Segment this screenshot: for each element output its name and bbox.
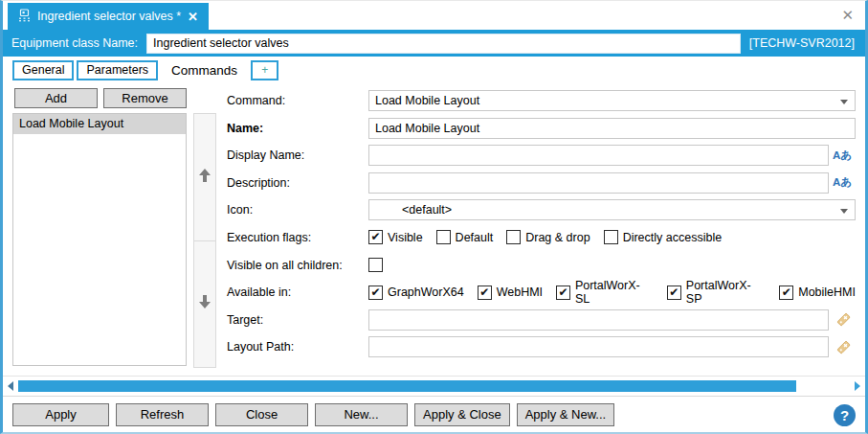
- apply-button[interactable]: Apply: [12, 403, 109, 426]
- layout-path-tag-browse-icon[interactable]: [829, 339, 852, 355]
- target-input[interactable]: [368, 309, 829, 331]
- display-name-localize-icon[interactable]: Aあ: [829, 148, 852, 163]
- footer-button-bar: Apply Refresh Close New... Apply & Close…: [3, 396, 865, 433]
- equipment-class-editor-window: Ingredient selector valves * ✕ ✕ Equipme…: [0, 0, 868, 434]
- document-tab-bar: Ingredient selector valves * ✕ ✕: [3, 1, 865, 30]
- command-list-toolbar: Add Remove: [14, 88, 187, 108]
- help-icon[interactable]: ?: [834, 404, 856, 426]
- display-name-row: Display Name: Aあ: [227, 144, 856, 167]
- available-mobilehmi[interactable]: MobileHMI: [779, 286, 856, 300]
- commands-tab-content: Add Remove Load Mobile Layout: [3, 80, 865, 376]
- available-graphworx64[interactable]: GraphWorX64: [368, 286, 464, 300]
- target-row: Target:: [227, 308, 856, 331]
- scrollbar-track[interactable]: [18, 380, 850, 392]
- move-up-button[interactable]: [193, 113, 216, 241]
- tab-add-new[interactable]: +: [251, 60, 278, 80]
- layout-path-input[interactable]: [368, 336, 829, 357]
- editor-tab-strip: General Parameters Commands +: [3, 57, 865, 80]
- description-label: Description:: [227, 176, 368, 190]
- move-down-button[interactable]: [193, 241, 216, 369]
- execution-flags-row: Execution flags: Visible Default Drag & …: [227, 226, 856, 249]
- visible-all-children-label: Visible on all children:: [227, 259, 368, 272]
- horizontal-scrollbar[interactable]: [3, 376, 865, 396]
- flag-visible[interactable]: Visible: [368, 230, 423, 244]
- visible-checkbox[interactable]: [368, 230, 383, 244]
- description-row: Description: Aあ: [227, 171, 856, 194]
- remove-button[interactable]: Remove: [103, 88, 187, 108]
- available-portalworx-sl[interactable]: PortalWorX-SL: [556, 279, 654, 306]
- icon-dropdown[interactable]: <default>: [368, 199, 856, 220]
- new-button[interactable]: New...: [315, 403, 408, 426]
- available-portalworx-sp[interactable]: PortalWorX-SP: [667, 279, 766, 306]
- graphworx64-checkbox[interactable]: [368, 286, 383, 300]
- webhmi-checkbox[interactable]: [478, 286, 492, 300]
- arrow-down-icon: [198, 294, 211, 313]
- portalworx-sp-checkbox[interactable]: [667, 286, 681, 300]
- tab-general[interactable]: General: [12, 60, 74, 80]
- available-in-label: Available in:: [227, 286, 368, 299]
- close-button[interactable]: Close: [215, 403, 308, 426]
- target-label: Target:: [227, 313, 368, 327]
- document-tab-title: Ingredient selector valves *: [37, 10, 181, 23]
- arrow-up-icon: [198, 168, 211, 187]
- reorder-column: [193, 113, 216, 368]
- command-dropdown-value: Load Mobile Layout: [375, 94, 479, 107]
- scrollbar-thumb[interactable]: [18, 380, 796, 392]
- tab-commands[interactable]: Commands: [161, 60, 248, 80]
- chevron-down-icon: [840, 209, 848, 214]
- description-input[interactable]: [368, 172, 829, 194]
- document-tab-close-icon[interactable]: ✕: [188, 10, 198, 24]
- visible-all-children-row: Visible on all children:: [227, 254, 856, 277]
- equipment-class-icon: [18, 9, 31, 25]
- equipment-class-name-input[interactable]: [146, 34, 741, 54]
- command-listbox[interactable]: Load Mobile Layout: [12, 113, 187, 366]
- command-properties-form: Command: Load Mobile Layout Name: Displa…: [227, 88, 856, 376]
- icon-dropdown-value: <default>: [402, 203, 452, 217]
- mobilehmi-checkbox[interactable]: [779, 286, 793, 300]
- name-input[interactable]: [368, 118, 856, 139]
- flag-default[interactable]: Default: [436, 230, 494, 244]
- flag-drag-drop[interactable]: Drag & drop: [506, 230, 590, 244]
- equipment-class-name-label: Equipment class Name:: [11, 36, 138, 50]
- document-tab-ingredient-selector-valves[interactable]: Ingredient selector valves * ✕: [8, 3, 209, 30]
- scroll-left-icon[interactable]: [8, 381, 13, 391]
- directly-accessible-checkbox[interactable]: [604, 230, 618, 244]
- command-row: Command: Load Mobile Layout: [227, 89, 856, 112]
- target-tag-browse-icon[interactable]: [829, 311, 852, 328]
- available-webhmi[interactable]: WebHMI: [478, 286, 543, 300]
- flag-directly-accessible[interactable]: Directly accessible: [604, 230, 723, 244]
- display-name-label: Display Name:: [227, 148, 368, 162]
- portalworx-sl-checkbox[interactable]: [556, 286, 570, 300]
- command-dropdown[interactable]: Load Mobile Layout: [368, 90, 856, 111]
- drag-drop-checkbox[interactable]: [506, 230, 521, 244]
- scroll-right-icon[interactable]: [855, 381, 860, 391]
- default-checkbox[interactable]: [436, 230, 451, 244]
- window-close-icon[interactable]: ✕: [841, 8, 854, 22]
- display-name-input[interactable]: [368, 145, 829, 166]
- server-name-badge: [TECHW-SVR2012]: [749, 36, 857, 50]
- icon-label: Icon:: [227, 203, 368, 217]
- execution-flags-label: Execution flags:: [227, 231, 368, 244]
- equipment-class-header: Equipment class Name: [TECHW-SVR2012]: [3, 30, 865, 57]
- tab-parameters[interactable]: Parameters: [77, 60, 158, 80]
- add-button[interactable]: Add: [14, 88, 98, 108]
- available-in-row: Available in: GraphWorX64 WebHMI PortalW…: [227, 281, 856, 304]
- description-localize-icon[interactable]: Aあ: [829, 175, 852, 190]
- visible-all-children-checkbox[interactable]: [368, 258, 383, 272]
- command-list-panel: Add Remove Load Mobile Layout: [12, 88, 187, 376]
- layout-path-label: Layout Path:: [227, 340, 368, 354]
- list-item-load-mobile-layout[interactable]: Load Mobile Layout: [13, 114, 186, 134]
- command-label: Command:: [227, 94, 368, 107]
- icon-row: Icon: <default>: [227, 198, 856, 221]
- apply-and-close-button[interactable]: Apply & Close: [414, 403, 510, 426]
- refresh-button[interactable]: Refresh: [116, 403, 209, 426]
- name-label: Name:: [227, 122, 368, 135]
- chevron-down-icon: [840, 100, 848, 104]
- apply-and-new-button[interactable]: Apply & New...: [517, 403, 615, 426]
- name-row: Name:: [227, 117, 856, 140]
- layout-path-row: Layout Path:: [227, 335, 856, 358]
